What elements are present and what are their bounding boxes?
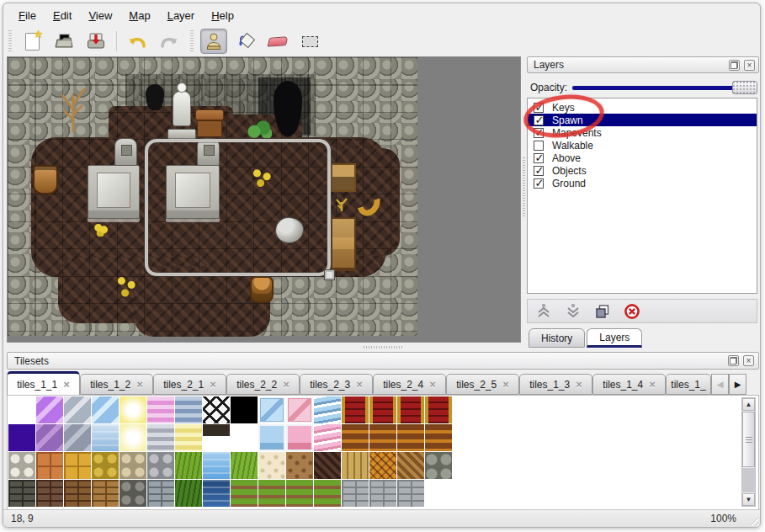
close-tab-icon[interactable]: × <box>576 378 582 391</box>
tileset-tile[interactable] <box>258 452 285 479</box>
menu-help[interactable]: Help <box>203 7 242 24</box>
close-tab-icon[interactable]: × <box>136 378 143 391</box>
map-canvas[interactable] <box>8 57 417 336</box>
close-tab-icon[interactable]: × <box>63 378 70 391</box>
tileset-tile[interactable] <box>342 424 369 451</box>
menu-layer[interactable]: Layer <box>159 7 204 24</box>
map-viewport[interactable] <box>7 56 521 343</box>
tileset-tile[interactable] <box>425 452 452 479</box>
toolbar-grip[interactable] <box>7 30 13 52</box>
tileset-tile[interactable] <box>231 452 258 479</box>
tileset-tile[interactable] <box>314 452 341 479</box>
close-tab-icon[interactable]: × <box>283 378 290 391</box>
tileset-tile[interactable] <box>231 480 258 507</box>
tileset-tile[interactable] <box>147 424 174 451</box>
tileset-tile[interactable] <box>369 396 396 423</box>
tileset-tile[interactable] <box>425 396 452 423</box>
layer-row-above[interactable]: Above <box>528 152 757 164</box>
menu-map[interactable]: Map <box>120 7 158 24</box>
tileset-tile[interactable] <box>175 480 202 507</box>
tileset-tile[interactable] <box>425 424 452 451</box>
layer-visibility-checkbox[interactable] <box>534 141 544 151</box>
layer-row-ground[interactable]: Ground <box>528 177 757 189</box>
scroll-up-button[interactable]: ▲ <box>742 398 755 411</box>
new-file-button[interactable]: ★ <box>19 29 45 54</box>
opacity-handle[interactable] <box>732 81 757 94</box>
layer-visibility-checkbox[interactable] <box>534 128 544 138</box>
close-tab-icon[interactable]: × <box>649 378 656 391</box>
tileset-tile[interactable] <box>258 396 285 423</box>
raise-layer-button[interactable] <box>534 302 553 321</box>
tileset-tile[interactable] <box>342 396 369 423</box>
tileset-tile[interactable] <box>92 452 119 479</box>
vertical-splitter[interactable] <box>521 56 527 343</box>
undo-button[interactable] <box>124 29 151 54</box>
layer-row-spawn[interactable]: Spawn <box>528 114 757 126</box>
tileset-tab-tiles_2_3[interactable]: tiles_2_3× <box>300 374 373 395</box>
tab-scroll-left-button[interactable]: ◀ <box>711 374 729 395</box>
layer-visibility-checkbox[interactable] <box>534 166 544 176</box>
tileset-tile[interactable] <box>258 480 285 507</box>
scroll-down-button[interactable]: ▼ <box>742 493 755 506</box>
tileset-tile[interactable] <box>92 396 119 423</box>
close-panel-icon[interactable]: × <box>743 355 754 366</box>
menu-file[interactable]: File <box>10 7 45 24</box>
resize-grip[interactable] <box>746 513 759 526</box>
close-tab-icon[interactable]: × <box>210 378 216 391</box>
close-tab-icon[interactable]: × <box>356 378 363 391</box>
tileset-tile[interactable] <box>397 424 424 451</box>
tileset-tab-tiles_2_1[interactable]: tiles_2_1× <box>153 374 226 395</box>
float-panel-icon[interactable] <box>729 60 740 71</box>
tileset-tile[interactable] <box>286 452 313 479</box>
scrollbar-trough[interactable] <box>742 468 755 492</box>
tileset-tile[interactable] <box>397 452 424 479</box>
fill-tool-button[interactable] <box>232 29 259 54</box>
tileset-tile[interactable] <box>64 424 91 451</box>
save-file-button[interactable] <box>82 29 109 54</box>
tileset-tile[interactable] <box>231 424 258 451</box>
selection-resize-handle[interactable] <box>324 269 335 280</box>
toolbar-grip[interactable] <box>189 30 194 52</box>
lower-layer-button[interactable] <box>564 302 582 321</box>
tileset-tile[interactable] <box>175 424 202 451</box>
layer-row-keys[interactable]: Keys <box>528 101 757 114</box>
tileset-tile[interactable] <box>36 452 63 479</box>
layer-visibility-checkbox[interactable] <box>534 153 544 163</box>
layer-visibility-checkbox[interactable] <box>534 115 544 125</box>
tileset-tile[interactable] <box>8 396 35 423</box>
tileset-tile[interactable] <box>64 480 91 507</box>
map-selection[interactable] <box>145 139 331 276</box>
tileset-tile[interactable] <box>147 452 174 479</box>
tileset-tile[interactable] <box>342 480 369 507</box>
menu-edit[interactable]: Edit <box>45 7 80 24</box>
tileset-tile[interactable] <box>397 480 424 507</box>
tileset-tab-tiles_1_4[interactable]: tiles_1_4× <box>592 374 666 395</box>
tileset-tile[interactable] <box>425 480 452 507</box>
tileset-tile[interactable] <box>120 480 146 507</box>
tileset-tile[interactable] <box>286 396 313 423</box>
tab-layers[interactable]: Layers <box>587 328 642 348</box>
tileset-tile[interactable] <box>8 452 35 479</box>
layer-row-mapevents[interactable]: Mapevents <box>528 126 757 139</box>
open-file-button[interactable] <box>50 29 77 54</box>
tileset-tile[interactable] <box>314 396 341 423</box>
close-panel-icon[interactable]: × <box>744 60 755 71</box>
stamp-tool-button[interactable] <box>200 29 227 54</box>
close-tab-icon[interactable]: × <box>502 378 509 391</box>
tileset-tile[interactable] <box>175 452 202 479</box>
tileset-tile[interactable] <box>286 480 313 507</box>
tileset-tile[interactable] <box>342 452 369 479</box>
layer-row-objects[interactable]: Objects <box>528 164 757 177</box>
tileset-tile[interactable] <box>369 452 396 479</box>
tileset-tile[interactable] <box>92 480 119 507</box>
tileset-tile[interactable] <box>120 452 146 479</box>
tileset-tile[interactable] <box>314 424 341 451</box>
tileset-tile[interactable] <box>369 480 396 507</box>
tileset-tab-tiles_1[interactable]: tiles_1_ <box>666 374 711 395</box>
tileset-tab-tiles_1_2[interactable]: tiles_1_2× <box>80 374 153 395</box>
tileset-tile[interactable] <box>36 480 63 507</box>
tileset-tile[interactable] <box>369 424 396 451</box>
tileset-tile[interactable] <box>203 396 230 423</box>
tileset-scrollbar[interactable]: ▲ ▼ <box>741 397 756 507</box>
tileset-tile[interactable] <box>147 480 174 507</box>
